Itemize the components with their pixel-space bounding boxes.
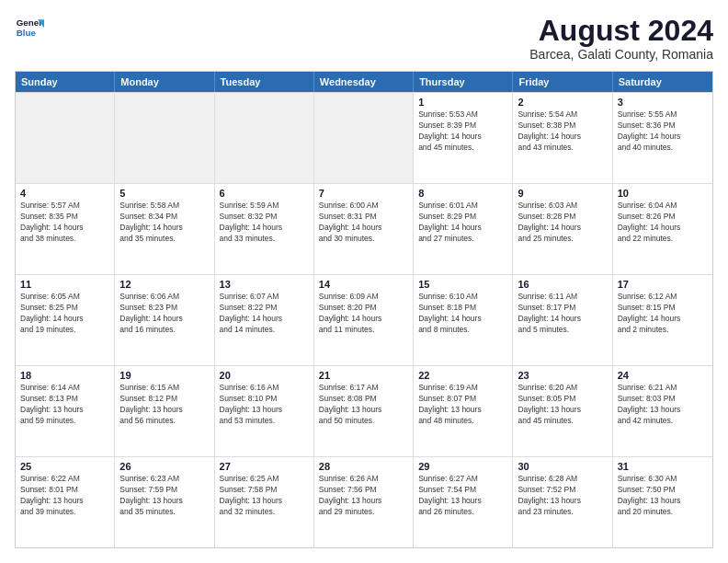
day-number: 9 — [518, 188, 607, 199]
calendar-cell: 8Sunrise: 6:01 AM Sunset: 8:29 PM Daylig… — [414, 184, 513, 274]
day-info: Sunrise: 6:09 AM Sunset: 8:20 PM Dayligh… — [319, 292, 408, 336]
day-info: Sunrise: 6:01 AM Sunset: 8:29 PM Dayligh… — [418, 201, 507, 245]
calendar-cell: 22Sunrise: 6:19 AM Sunset: 8:07 PM Dayli… — [414, 366, 513, 456]
calendar-cell: 26Sunrise: 6:23 AM Sunset: 7:59 PM Dayli… — [115, 457, 214, 547]
calendar-cell: 16Sunrise: 6:11 AM Sunset: 8:17 PM Dayli… — [513, 275, 612, 365]
day-info: Sunrise: 6:07 AM Sunset: 8:22 PM Dayligh… — [220, 292, 309, 336]
calendar-cell — [16, 93, 115, 183]
calendar-cell: 19Sunrise: 6:15 AM Sunset: 8:12 PM Dayli… — [115, 366, 214, 456]
day-number: 4 — [20, 188, 109, 199]
calendar-cell: 30Sunrise: 6:28 AM Sunset: 7:52 PM Dayli… — [513, 457, 612, 547]
day-number: 26 — [119, 461, 209, 472]
calendar-cell — [314, 93, 414, 183]
calendar-header-cell: Sunday — [16, 72, 115, 92]
day-info: Sunrise: 6:00 AM Sunset: 8:31 PM Dayligh… — [319, 201, 408, 245]
day-info: Sunrise: 6:22 AM Sunset: 8:01 PM Dayligh… — [20, 474, 109, 518]
calendar-week-row: 4Sunrise: 5:57 AM Sunset: 8:35 PM Daylig… — [16, 183, 712, 274]
day-number: 11 — [20, 279, 109, 290]
calendar-header-cell: Wednesday — [314, 72, 414, 92]
calendar-cell: 25Sunrise: 6:22 AM Sunset: 8:01 PM Dayli… — [16, 457, 115, 547]
day-number: 24 — [618, 370, 708, 381]
day-number: 3 — [618, 97, 708, 108]
calendar-cell: 23Sunrise: 6:20 AM Sunset: 8:05 PM Dayli… — [513, 366, 612, 456]
day-info: Sunrise: 6:30 AM Sunset: 7:50 PM Dayligh… — [618, 474, 708, 518]
day-info: Sunrise: 6:05 AM Sunset: 8:25 PM Dayligh… — [20, 292, 109, 336]
calendar-header: SundayMondayTuesdayWednesdayThursdayFrid… — [16, 72, 712, 92]
calendar-cell: 7Sunrise: 6:00 AM Sunset: 8:31 PM Daylig… — [314, 184, 414, 274]
calendar-cell: 5Sunrise: 5:58 AM Sunset: 8:34 PM Daylig… — [115, 184, 214, 274]
calendar-cell: 3Sunrise: 5:55 AM Sunset: 8:36 PM Daylig… — [613, 93, 712, 183]
day-number: 31 — [618, 461, 708, 472]
calendar-cell: 21Sunrise: 6:17 AM Sunset: 8:08 PM Dayli… — [314, 366, 414, 456]
day-info: Sunrise: 5:57 AM Sunset: 8:35 PM Dayligh… — [20, 201, 109, 245]
day-info: Sunrise: 6:12 AM Sunset: 8:15 PM Dayligh… — [618, 292, 708, 336]
calendar-body: 1Sunrise: 5:53 AM Sunset: 8:39 PM Daylig… — [16, 92, 712, 547]
day-number: 25 — [20, 461, 109, 472]
day-number: 7 — [319, 188, 408, 199]
calendar-week-row: 25Sunrise: 6:22 AM Sunset: 8:01 PM Dayli… — [16, 456, 712, 547]
calendar-header-cell: Monday — [115, 72, 214, 92]
calendar-cell: 10Sunrise: 6:04 AM Sunset: 8:26 PM Dayli… — [613, 184, 712, 274]
day-info: Sunrise: 6:17 AM Sunset: 8:08 PM Dayligh… — [319, 383, 408, 427]
day-number: 27 — [220, 461, 309, 472]
day-info: Sunrise: 6:20 AM Sunset: 8:05 PM Dayligh… — [518, 383, 607, 427]
day-info: Sunrise: 6:25 AM Sunset: 7:58 PM Dayligh… — [220, 474, 309, 518]
day-info: Sunrise: 5:59 AM Sunset: 8:32 PM Dayligh… — [220, 201, 309, 245]
calendar-cell: 29Sunrise: 6:27 AM Sunset: 7:54 PM Dayli… — [414, 457, 513, 547]
header: General Blue General Blue August 2024 Ba… — [15, 15, 713, 62]
calendar-cell: 9Sunrise: 6:03 AM Sunset: 8:28 PM Daylig… — [513, 184, 612, 274]
calendar-cell: 13Sunrise: 6:07 AM Sunset: 8:22 PM Dayli… — [215, 275, 314, 365]
day-number: 20 — [220, 370, 309, 381]
calendar-header-cell: Saturday — [613, 72, 712, 92]
calendar-cell: 18Sunrise: 6:14 AM Sunset: 8:13 PM Dayli… — [16, 366, 115, 456]
day-info: Sunrise: 5:54 AM Sunset: 8:38 PM Dayligh… — [518, 109, 607, 154]
day-info: Sunrise: 6:16 AM Sunset: 8:10 PM Dayligh… — [220, 383, 309, 427]
day-info: Sunrise: 6:06 AM Sunset: 8:23 PM Dayligh… — [119, 292, 209, 336]
day-number: 22 — [418, 370, 507, 381]
day-number: 1 — [418, 97, 507, 108]
day-info: Sunrise: 6:15 AM Sunset: 8:12 PM Dayligh… — [119, 383, 209, 427]
calendar-cell — [215, 93, 314, 183]
calendar-cell — [115, 93, 214, 183]
calendar-week-row: 1Sunrise: 5:53 AM Sunset: 8:39 PM Daylig… — [16, 92, 712, 183]
main-title: August 2024 — [529, 15, 713, 47]
day-info: Sunrise: 5:55 AM Sunset: 8:36 PM Dayligh… — [618, 109, 708, 154]
day-number: 14 — [319, 279, 408, 290]
calendar-cell: 14Sunrise: 6:09 AM Sunset: 8:20 PM Dayli… — [314, 275, 414, 365]
day-number: 15 — [418, 279, 507, 290]
day-info: Sunrise: 6:21 AM Sunset: 8:03 PM Dayligh… — [618, 383, 708, 427]
calendar-header-cell: Tuesday — [215, 72, 314, 92]
subtitle: Barcea, Galati County, Romania — [529, 47, 713, 62]
day-info: Sunrise: 5:58 AM Sunset: 8:34 PM Dayligh… — [119, 201, 209, 245]
calendar-cell: 15Sunrise: 6:10 AM Sunset: 8:18 PM Dayli… — [414, 275, 513, 365]
day-info: Sunrise: 6:11 AM Sunset: 8:17 PM Dayligh… — [518, 292, 607, 336]
day-info: Sunrise: 6:27 AM Sunset: 7:54 PM Dayligh… — [418, 474, 507, 518]
day-number: 28 — [319, 461, 408, 472]
day-number: 12 — [119, 279, 209, 290]
day-number: 18 — [20, 370, 109, 381]
logo: General Blue General Blue — [15, 15, 44, 44]
day-info: Sunrise: 6:28 AM Sunset: 7:52 PM Dayligh… — [518, 474, 607, 518]
day-number: 5 — [119, 188, 209, 199]
day-info: Sunrise: 6:14 AM Sunset: 8:13 PM Dayligh… — [20, 383, 109, 427]
svg-text:Blue: Blue — [17, 28, 37, 38]
day-number: 16 — [518, 279, 607, 290]
calendar-week-row: 11Sunrise: 6:05 AM Sunset: 8:25 PM Dayli… — [16, 274, 712, 365]
day-number: 8 — [418, 188, 507, 199]
svg-text:General: General — [17, 17, 44, 28]
calendar-cell: 4Sunrise: 5:57 AM Sunset: 8:35 PM Daylig… — [16, 184, 115, 274]
day-info: Sunrise: 6:10 AM Sunset: 8:18 PM Dayligh… — [418, 292, 507, 336]
calendar-cell: 17Sunrise: 6:12 AM Sunset: 8:15 PM Dayli… — [613, 275, 712, 365]
calendar-cell: 12Sunrise: 6:06 AM Sunset: 8:23 PM Dayli… — [115, 275, 214, 365]
day-info: Sunrise: 6:04 AM Sunset: 8:26 PM Dayligh… — [618, 201, 708, 245]
calendar-week-row: 18Sunrise: 6:14 AM Sunset: 8:13 PM Dayli… — [16, 365, 712, 456]
day-info: Sunrise: 6:23 AM Sunset: 7:59 PM Dayligh… — [119, 474, 209, 518]
day-info: Sunrise: 5:53 AM Sunset: 8:39 PM Dayligh… — [418, 109, 507, 154]
day-info: Sunrise: 6:19 AM Sunset: 8:07 PM Dayligh… — [418, 383, 507, 427]
day-info: Sunrise: 6:26 AM Sunset: 7:56 PM Dayligh… — [319, 474, 408, 518]
day-number: 23 — [518, 370, 607, 381]
page: General Blue General Blue August 2024 Ba… — [0, 0, 728, 563]
calendar-cell: 2Sunrise: 5:54 AM Sunset: 8:38 PM Daylig… — [513, 93, 612, 183]
day-number: 17 — [618, 279, 708, 290]
calendar-header-cell: Thursday — [414, 72, 513, 92]
